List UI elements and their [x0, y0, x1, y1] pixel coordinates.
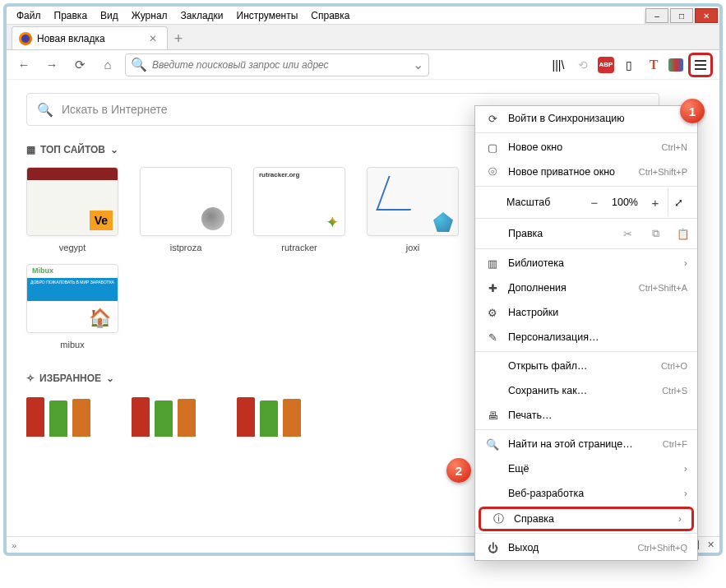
search-icon: 🔍: [37, 102, 53, 118]
fullscreen-button[interactable]: ⤢: [668, 188, 689, 216]
forward-button[interactable]: →: [41, 54, 62, 76]
menu-tools[interactable]: Инструменты: [232, 8, 303, 23]
tab-title: Новая вкладка: [37, 33, 105, 44]
palette-icon[interactable]: [668, 58, 683, 72]
menu-file[interactable]: Файл: [12, 8, 46, 23]
expand-icon[interactable]: »: [12, 540, 16, 550]
highlight-item[interactable]: [26, 396, 90, 437]
tab-active[interactable]: Новая вкладка ✕: [12, 26, 168, 49]
highlight-item[interactable]: [237, 396, 301, 437]
sync-icon[interactable]: ⟲: [573, 55, 593, 75]
window-controls: – □ ✕: [644, 7, 719, 24]
chevron-right-icon: ›: [684, 488, 687, 499]
menu-item-find[interactable]: 🔍Найти на этой странице…Ctrl+F: [475, 432, 697, 456]
reader-icon[interactable]: ▯: [619, 55, 639, 75]
copy-button[interactable]: ⧉: [641, 228, 669, 240]
menu-item-sync[interactable]: ⟳Войти в Синхронизацию: [475, 106, 697, 131]
tile-joxi[interactable]: joxi: [367, 167, 459, 252]
nav-bar: ← → ⟳ ⌂ 🔍 ⌄ |||\ ⟲ ABP ▯ T: [7, 50, 719, 80]
window-icon: ▢: [485, 141, 500, 154]
tile-thumb: [367, 167, 459, 236]
brush-icon: ✎: [485, 331, 500, 344]
tile-thumb: [140, 167, 232, 236]
menu-item-save-as[interactable]: Сохранить как…Ctrl+S: [475, 378, 697, 403]
url-bar[interactable]: 🔍 ⌄: [125, 53, 429, 76]
menu-zoom: Масштаб − 100% + ⤢: [475, 188, 697, 216]
sparkle-icon: ✧: [26, 373, 35, 384]
chevron-down-icon[interactable]: ⌄: [106, 373, 114, 384]
puzzle-icon: ✚: [485, 282, 500, 294]
menu-edit[interactable]: Правка: [49, 8, 93, 23]
tile-thumb: [253, 167, 345, 236]
menu-item-help[interactable]: ⓘСправка›: [479, 507, 694, 531]
new-tab-button[interactable]: +: [168, 28, 189, 49]
callout-2: 2: [446, 458, 471, 483]
t-addon-icon[interactable]: T: [644, 55, 664, 75]
urlbar-dropdown-icon[interactable]: ⌄: [413, 57, 423, 72]
menu-bar: Файл Правка Вид Журнал Закладки Инструме…: [7, 7, 719, 24]
menu-help[interactable]: Справка: [306, 8, 354, 23]
maximize-button[interactable]: □: [670, 8, 693, 23]
menu-item-webdev[interactable]: Веб-разработка›: [475, 481, 697, 506]
window-close-button[interactable]: ✕: [695, 8, 718, 23]
grid-icon: ▦: [26, 144, 35, 155]
chevron-right-icon: ›: [684, 257, 687, 269]
home-button[interactable]: ⌂: [97, 54, 118, 76]
menu-item-more[interactable]: Ещё›: [475, 456, 697, 481]
menu-item-library[interactable]: ▥Библиотека›: [475, 251, 697, 275]
menu-item-new-private[interactable]: ⦾Новое приватное окноCtrl+Shift+P: [475, 160, 697, 184]
menu-edit-row: Правка ✂ ⧉ 📋: [475, 220, 697, 247]
sync-icon: ⟳: [485, 113, 500, 125]
menu-item-addons[interactable]: ✚ДополненияCtrl+Shift+A: [475, 275, 697, 300]
menu-item-settings[interactable]: ⚙Настройки: [475, 300, 697, 325]
minimize-button[interactable]: –: [645, 8, 668, 23]
tab-bar: Новая вкладка ✕ +: [7, 24, 719, 50]
app-menu-popup: ⟳Войти в Синхронизацию ▢Новое окноCtrl+N…: [474, 105, 698, 561]
menu-item-print[interactable]: 🖶Печать…: [475, 403, 697, 428]
callout-1: 1: [680, 99, 705, 123]
zoom-out-button[interactable]: −: [582, 196, 607, 210]
tile-rutracker[interactable]: rutracker: [253, 167, 345, 252]
search-icon: 🔍: [485, 438, 500, 451]
library-icon: ▥: [485, 257, 500, 270]
power-icon: ⏻: [485, 542, 500, 554]
tile-thumb: [26, 167, 118, 236]
paste-button[interactable]: 📋: [669, 228, 697, 240]
search-placeholder: Искать в Интернете: [62, 103, 168, 116]
menu-bookmarks[interactable]: Закладки: [176, 8, 229, 23]
chevron-down-icon[interactable]: ⌄: [110, 144, 118, 155]
search-icon: 🔍: [131, 57, 147, 72]
adblock-icon[interactable]: ABP: [598, 57, 614, 73]
chevron-right-icon: ›: [684, 463, 687, 475]
tile-vegypt[interactable]: vegypt: [26, 167, 118, 252]
tile-istproza[interactable]: istproza: [140, 167, 232, 252]
status-close-button[interactable]: ✕: [707, 539, 714, 550]
tile-mibux[interactable]: ДОБРО ПОЖАЛОВАТЬ В МИР ЗАРАБОТКАmibux: [26, 264, 118, 350]
back-button[interactable]: ←: [13, 54, 35, 76]
reload-button[interactable]: ⟳: [69, 54, 90, 76]
library-icon[interactable]: |||\: [548, 55, 568, 75]
print-icon: 🖶: [485, 410, 500, 422]
menu-item-open-file[interactable]: Открыть файл…Ctrl+O: [475, 354, 697, 378]
cut-button[interactable]: ✂: [613, 228, 641, 240]
menu-history[interactable]: Журнал: [127, 8, 173, 23]
tile-thumb: ДОБРО ПОЖАЛОВАТЬ В МИР ЗАРАБОТКА: [26, 264, 118, 333]
mask-icon: ⦾: [485, 165, 500, 178]
menu-view[interactable]: Вид: [95, 8, 123, 23]
firefox-favicon-icon: [19, 32, 32, 45]
zoom-value: 100%: [607, 197, 643, 208]
highlight-item[interactable]: [132, 396, 196, 437]
menu-item-customize[interactable]: ✎Персонализация…: [475, 325, 697, 350]
help-icon: ⓘ: [491, 512, 506, 526]
chevron-right-icon: ›: [678, 513, 682, 525]
zoom-in-button[interactable]: +: [643, 196, 668, 210]
gear-icon: ⚙: [485, 307, 500, 319]
menu-item-new-window[interactable]: ▢Новое окноCtrl+N: [475, 135, 697, 160]
app-menu-button[interactable]: [688, 53, 713, 77]
menu-item-quit[interactable]: ⏻ВыходCtrl+Shift+Q: [475, 535, 697, 560]
tab-close-button[interactable]: ✕: [146, 33, 160, 44]
url-input[interactable]: [152, 59, 413, 71]
